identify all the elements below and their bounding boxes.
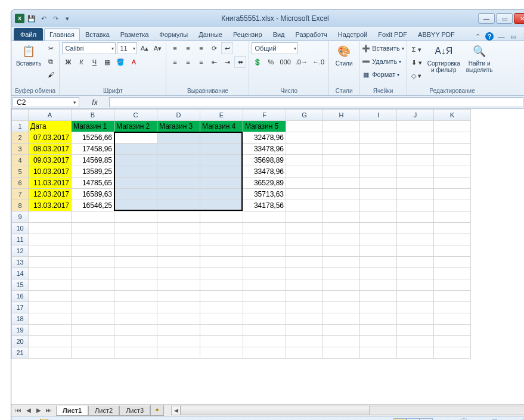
cell[interactable] [286, 279, 323, 291]
cell[interactable] [200, 347, 243, 359]
row-header[interactable]: 6 [12, 178, 29, 189]
cell[interactable] [434, 347, 471, 359]
cell[interactable] [434, 313, 471, 325]
sheet-tab[interactable]: Лист3 [119, 406, 150, 416]
cell[interactable] [397, 245, 434, 257]
cell[interactable] [114, 189, 157, 200]
bold-button[interactable]: Ж [62, 56, 74, 68]
cell[interactable] [200, 257, 243, 268]
cell[interactable]: 35713,63 [243, 189, 286, 200]
cell[interactable] [323, 144, 360, 155]
cell[interactable] [243, 347, 286, 359]
cell[interactable]: Дата [29, 121, 72, 132]
cell[interactable]: 15256,66 [72, 132, 114, 144]
cell[interactable] [243, 279, 286, 291]
cell[interactable] [29, 279, 72, 291]
cell[interactable] [157, 325, 200, 336]
minimize-button[interactable]: — [478, 13, 495, 24]
cell[interactable] [434, 234, 471, 245]
hscroll-track[interactable] [181, 406, 524, 415]
cell[interactable] [434, 336, 471, 347]
decrease-decimal-button[interactable]: ←.0 [311, 56, 326, 68]
insert-cells-button[interactable]: ➕Вставить▾ [362, 42, 404, 54]
align-top-button[interactable]: ≡ [169, 42, 181, 54]
cell[interactable]: Магазин 1 [72, 121, 114, 132]
cell[interactable]: 13.03.2017 [29, 200, 72, 211]
cell[interactable] [200, 211, 243, 223]
cell[interactable] [243, 211, 286, 223]
cell[interactable] [397, 313, 434, 325]
tab-addins[interactable]: Надстрой [333, 28, 373, 41]
cell[interactable] [200, 132, 243, 144]
name-box[interactable] [13, 97, 79, 107]
increase-font-button[interactable]: A▴ [138, 42, 150, 54]
cell[interactable] [286, 245, 323, 257]
cell[interactable] [360, 325, 397, 336]
font-size-combo[interactable]: 11 [117, 42, 137, 54]
font-color-button[interactable]: A [128, 56, 139, 68]
row-header[interactable]: 19 [12, 325, 29, 336]
zoom-in-button[interactable]: + [521, 418, 524, 421]
cell[interactable] [286, 223, 323, 234]
cell[interactable] [157, 268, 200, 279]
row-header[interactable]: 2 [12, 132, 29, 144]
nav-prev-icon[interactable]: ◀ [24, 406, 33, 415]
new-sheet-button[interactable]: ✦ [150, 405, 164, 416]
cell[interactable] [157, 347, 200, 359]
col-header[interactable]: K [434, 110, 471, 121]
cell[interactable] [157, 279, 200, 291]
minimize-ribbon-icon[interactable]: ⌃ [473, 32, 482, 41]
row-header[interactable]: 7 [12, 189, 29, 200]
cell[interactable]: 16546,25 [72, 200, 114, 211]
redo-icon[interactable]: ↷ [51, 14, 60, 23]
cell[interactable] [243, 257, 286, 268]
row-header[interactable]: 14 [12, 268, 29, 279]
tab-abbyy[interactable]: ABBYY PDF [413, 28, 460, 41]
cell[interactable] [397, 166, 434, 178]
tab-insert[interactable]: Вставка [80, 28, 115, 41]
cell[interactable] [397, 347, 434, 359]
cell[interactable] [243, 234, 286, 245]
sheet-tab[interactable]: Лист1 [56, 406, 88, 416]
cell[interactable] [360, 234, 397, 245]
cell[interactable] [29, 313, 72, 325]
tab-review[interactable]: Рецензир [228, 28, 268, 41]
cell[interactable] [323, 155, 360, 166]
cell[interactable] [360, 313, 397, 325]
cell[interactable] [200, 178, 243, 189]
align-center-button[interactable]: ≡ [182, 56, 194, 68]
row-header[interactable]: 8 [12, 200, 29, 211]
tab-file[interactable]: Файл [14, 28, 43, 41]
underline-button[interactable]: Ч [88, 56, 100, 68]
row-header[interactable]: 12 [12, 245, 29, 257]
cell[interactable] [323, 211, 360, 223]
cell[interactable] [243, 245, 286, 257]
cell[interactable] [434, 155, 471, 166]
cell[interactable] [200, 166, 243, 178]
cell[interactable] [360, 178, 397, 189]
cell[interactable] [397, 178, 434, 189]
cell[interactable] [286, 291, 323, 302]
cell[interactable] [360, 200, 397, 211]
nav-first-icon[interactable]: ⏮ [14, 406, 23, 415]
cell[interactable] [286, 257, 323, 268]
cell[interactable] [434, 121, 471, 132]
cell[interactable] [323, 132, 360, 144]
cell[interactable] [200, 155, 243, 166]
currency-button[interactable]: 💲 [252, 56, 263, 68]
cell[interactable] [286, 155, 323, 166]
cell[interactable] [323, 166, 360, 178]
col-header[interactable]: F [243, 110, 286, 121]
format-cells-button[interactable]: ▦Формат▾ [362, 69, 399, 80]
cell[interactable] [72, 347, 114, 359]
row-header[interactable]: 9 [12, 211, 29, 223]
cell[interactable] [29, 223, 72, 234]
cell[interactable] [200, 189, 243, 200]
cell[interactable] [434, 279, 471, 291]
cell[interactable] [397, 257, 434, 268]
cell[interactable] [434, 325, 471, 336]
zoom-out-button[interactable]: − [459, 418, 469, 421]
cell[interactable] [360, 336, 397, 347]
cell[interactable] [434, 223, 471, 234]
cell[interactable] [360, 144, 397, 155]
